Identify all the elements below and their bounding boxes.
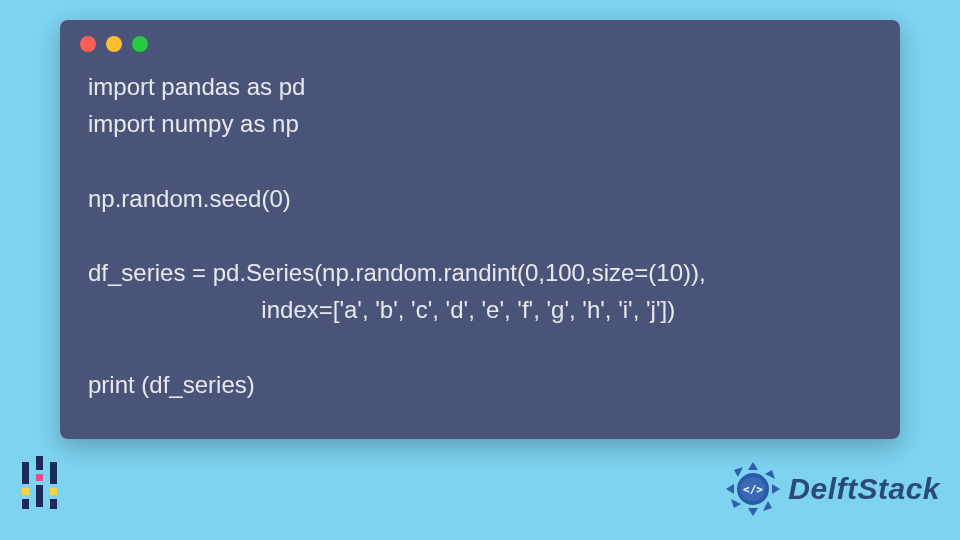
code-body: import pandas as pd import numpy as np n… — [60, 60, 900, 411]
svg-rect-4 — [36, 474, 43, 481]
delftstack-text: DelftStack — [788, 472, 940, 506]
svg-rect-0 — [22, 462, 29, 484]
delftstack-logo: </> DelftStack — [724, 460, 940, 518]
minimize-icon — [106, 36, 122, 52]
svg-rect-5 — [36, 485, 43, 507]
code-window: import pandas as pd import numpy as np n… — [60, 20, 900, 439]
code-line: df_series = pd.Series(np.random.randint(… — [88, 259, 706, 286]
svg-text:</>: </> — [743, 483, 763, 496]
svg-rect-1 — [22, 488, 29, 495]
svg-rect-7 — [50, 488, 57, 495]
delftstack-badge-icon: </> — [724, 460, 782, 518]
window-titlebar — [60, 20, 900, 60]
code-line: index=['a', 'b', 'c', 'd', 'e', 'f', 'g'… — [88, 296, 675, 323]
code-line: import numpy as np — [88, 110, 299, 137]
svg-rect-6 — [50, 462, 57, 484]
svg-rect-3 — [36, 456, 43, 470]
pandas-logo-icon — [18, 456, 62, 512]
code-line: print (df_series) — [88, 371, 255, 398]
svg-rect-2 — [22, 499, 29, 509]
close-icon — [80, 36, 96, 52]
svg-rect-8 — [50, 499, 57, 509]
code-line: import pandas as pd — [88, 73, 305, 100]
code-line: np.random.seed(0) — [88, 185, 291, 212]
maximize-icon — [132, 36, 148, 52]
